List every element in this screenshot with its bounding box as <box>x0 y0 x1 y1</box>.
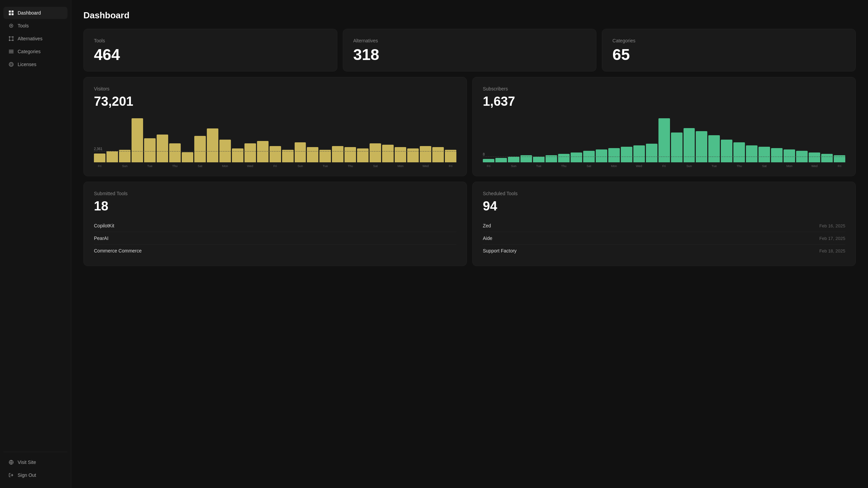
subscriber-x-label <box>746 164 757 168</box>
subscriber-x-label <box>771 164 783 168</box>
visitor-x-label <box>182 164 193 168</box>
visitor-bar <box>382 145 394 162</box>
visitor-x-label <box>332 164 343 168</box>
visitor-bar <box>244 143 256 162</box>
visitors-chart-value: 73,201 <box>94 94 456 109</box>
scheduled-item-2-date: Feb 18, 2025 <box>819 248 845 253</box>
stat-label-tools: Tools <box>94 38 327 43</box>
sidebar-item-visit-site[interactable]: Visit Site <box>3 456 67 468</box>
subscriber-x-label <box>721 164 732 168</box>
sidebar-item-licenses[interactable]: Licenses <box>3 58 67 70</box>
bottom-row: Submitted Tools 18 CopilotKit PearAI Com… <box>83 182 856 266</box>
visitor-x-label: Wed <box>244 164 256 168</box>
subscriber-bar <box>821 154 833 162</box>
visitor-x-label <box>432 164 444 168</box>
main-content: Dashboard Tools 464 Alternatives 318 Cat… <box>71 0 868 488</box>
subscriber-x-label <box>646 164 657 168</box>
categories-icon <box>8 48 14 55</box>
submitted-tools-value: 18 <box>94 199 456 214</box>
subscriber-x-label: Mon <box>608 164 620 168</box>
subscribers-dashed-line <box>483 157 845 157</box>
submitted-item-0: CopilotKit <box>94 220 456 232</box>
visitor-bar <box>132 118 143 162</box>
visitor-bar <box>119 150 131 162</box>
subscriber-bar <box>671 133 683 162</box>
subscriber-x-label <box>621 164 632 168</box>
visitor-bar <box>395 147 406 162</box>
svg-rect-16 <box>9 53 14 53</box>
scheduled-item-2-name: Support Factory <box>483 248 517 253</box>
visitor-bar <box>257 141 269 162</box>
sidebar-item-categories-label: Categories <box>18 49 41 54</box>
sidebar-item-dashboard[interactable]: Dashboard <box>3 7 67 19</box>
visitor-bar <box>282 150 294 162</box>
visitor-bar <box>357 148 369 162</box>
visitor-x-label: Tue <box>144 164 156 168</box>
visitor-x-label <box>232 164 243 168</box>
subscriber-x-label: Mon <box>784 164 795 168</box>
stat-value-tools: 464 <box>94 47 327 62</box>
subscriber-x-label <box>796 164 808 168</box>
visitor-x-label: Sat <box>194 164 206 168</box>
tools-icon <box>8 23 14 29</box>
subscriber-bar <box>809 152 820 162</box>
visitor-bar <box>169 143 181 162</box>
subscriber-x-label <box>696 164 707 168</box>
visitors-x-labels: FriSunTueThuSatMonWedFriSunTueThuSatMonW… <box>94 164 456 168</box>
svg-rect-0 <box>9 11 11 13</box>
submitted-item-2: Commerce Commerce <box>94 245 456 257</box>
visitor-x-label: Sat <box>370 164 381 168</box>
scheduled-tools-list: Zed Feb 16, 2025 Aide Feb 17, 2025 Suppo… <box>483 220 845 257</box>
visit-site-icon <box>8 459 14 465</box>
visitor-bar <box>370 143 381 162</box>
submitted-tools-list: CopilotKit PearAI Commerce Commerce <box>94 220 456 257</box>
visitor-x-label: Mon <box>219 164 231 168</box>
sign-out-icon <box>8 472 14 478</box>
chart-row: Visitors 73,201 2,361 FriSunTueThuSatMon… <box>83 77 856 176</box>
visitor-x-label: Tue <box>319 164 331 168</box>
sidebar-item-categories[interactable]: Categories <box>3 45 67 58</box>
subscriber-x-label: Sat <box>758 164 770 168</box>
scheduled-item-0-name: Zed <box>483 223 491 228</box>
page-title: Dashboard <box>83 10 856 21</box>
submitted-item-1: PearAI <box>94 232 456 245</box>
subscriber-bar <box>708 135 720 162</box>
scheduled-tools-title: Scheduled Tools <box>483 191 845 196</box>
subscriber-x-label: Sun <box>508 164 519 168</box>
subscribers-chart-container: 8 FriSunTueThuSatMonWedFriSunTueThuSatMo… <box>483 115 845 169</box>
subscriber-x-label: Wed <box>633 164 645 168</box>
stat-value-alternatives: 318 <box>353 47 586 62</box>
scheduled-item-2: Support Factory Feb 18, 2025 <box>483 245 845 257</box>
svg-point-18 <box>10 63 12 65</box>
svg-point-9 <box>12 40 14 41</box>
visitor-x-label: Wed <box>420 164 431 168</box>
sidebar: Dashboard Tools <box>0 0 71 488</box>
visitor-x-label: Fri <box>94 164 105 168</box>
subscribers-x-labels: FriSunTueThuSatMonWedFriSunTueThuSatMonW… <box>483 164 845 168</box>
sidebar-item-sign-out[interactable]: Sign Out <box>3 469 67 481</box>
subscriber-x-label: Fri <box>658 164 670 168</box>
sidebar-item-tools[interactable]: Tools <box>3 20 67 32</box>
subscriber-x-label: Thu <box>558 164 570 168</box>
stat-card-alternatives: Alternatives 318 <box>343 29 597 72</box>
subscriber-x-label <box>520 164 532 168</box>
visitor-bar <box>207 128 218 162</box>
licenses-icon <box>8 61 14 67</box>
visitor-bar <box>232 148 243 162</box>
sidebar-item-dashboard-label: Dashboard <box>18 10 41 16</box>
submitted-tools-title: Submitted Tools <box>94 191 456 196</box>
visitor-bar <box>94 154 105 162</box>
sidebar-item-alternatives[interactable]: Alternatives <box>3 33 67 45</box>
subscriber-bar <box>746 145 757 162</box>
subscriber-x-label <box>671 164 683 168</box>
subscriber-x-label <box>495 164 507 168</box>
visitor-bar <box>332 146 343 162</box>
visitors-avg-label: 2,361 <box>94 147 104 151</box>
submitted-item-1-name: PearAI <box>94 236 108 241</box>
visitor-bar <box>182 152 193 162</box>
svg-rect-1 <box>12 11 14 13</box>
sidebar-item-alternatives-label: Alternatives <box>18 36 42 41</box>
visitor-x-label: Fri <box>270 164 281 168</box>
visitor-x-label <box>307 164 318 168</box>
subscriber-x-label: Sat <box>583 164 595 168</box>
